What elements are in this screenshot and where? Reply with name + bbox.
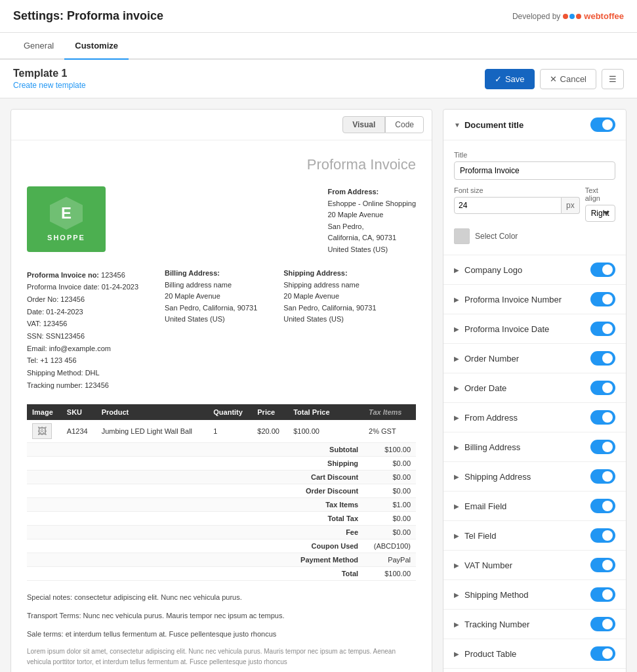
cell-image: 🖼 [27,420,62,443]
menu-button[interactable]: ☰ [602,69,624,89]
chevron-right-icon-12: ▶ [454,621,459,628]
settings-item-left-2: ▶ Proforma Invoice Date [454,324,549,334]
chevron-right-icon-7: ▶ [454,473,459,480]
toggle-3[interactable] [590,351,615,366]
settings-item-12: ▶ Tracking Number [443,610,626,639]
invoice-top-section: E SHOPPE From Address: Eshoppe - Online … [27,186,416,256]
chevron-right-icon-4: ▶ [454,385,459,392]
settings-item-label-8: Email Field [464,501,506,511]
cell-total-price: $100.00 [288,420,363,443]
tabs-bar: General Customize [0,33,637,60]
settings-items: ▶ Company Logo ▶ Proforma Invoice Number… [443,255,626,672]
chevron-down-icon: ▼ [454,121,461,129]
summary-coupon: Coupon Used (ABCD100) [27,539,416,553]
summary-fee: Fee $0.00 [27,526,416,539]
billing-address: Billing Address: Billing address name 20… [165,269,257,392]
toggle-2[interactable] [590,322,615,336]
top-bar: Settings: Proforma invoice Developed by … [0,0,637,33]
unit-label: px [562,197,580,214]
summary-payment-method: Payment Method PayPal [27,553,416,567]
chevron-right-icon-6: ▶ [454,444,459,451]
preview-panel: Visual Code Proforma Invoice E SHOPPE Fr… [10,109,432,672]
select-color-label[interactable]: Select Color [475,232,518,241]
chevron-right-icon-2: ▶ [454,326,459,333]
toggle-7[interactable] [590,469,615,484]
toggle-10[interactable] [590,558,615,572]
table-row: 🖼 A1234 Jumbing LED Light Wall Ball 1 $2… [27,420,416,443]
settings-item-14: ▶ Subtotal [443,669,626,672]
settings-item-left-10: ▶ VAT Number [454,560,512,570]
invoice-info: Proforma Invoice no: 123456 Proforma Inv… [27,269,138,392]
settings-panel: ▼ Document title Title Font size px [443,109,627,672]
chevron-right-icon-13: ▶ [454,650,459,658]
toggle-6[interactable] [590,440,615,454]
invoice-title: Proforma Invoice [27,156,416,173]
settings-item-3: ▶ Order Number [443,344,626,373]
lorem-text: Lorem ipsum dolor sit amet, consectetur … [27,646,416,667]
col-total-price: Total Price [288,404,363,420]
settings-item-label-1: Proforma Invoice Number [464,295,562,304]
title-input[interactable] [454,161,615,180]
settings-item-left-5: ▶ From Address [454,413,518,423]
settings-item-label-3: Order Number [464,354,519,364]
special-notes: Special notes: consectetur adipiscing el… [27,591,416,604]
toggle-5[interactable] [590,410,615,425]
check-icon: ✓ [495,74,502,84]
cell-tax: 2% GST [363,420,416,443]
font-size-input[interactable] [454,197,562,214]
cell-quantity: 1 [208,420,252,443]
chevron-right-icon-0: ▶ [454,266,459,274]
settings-item-11: ▶ Shipping Method [443,580,626,610]
template-info: Template 1 Create new template [13,68,86,90]
invoice-meta: Proforma Invoice no: 123456 Proforma Inv… [27,269,416,392]
tab-visual[interactable]: Visual [342,116,385,133]
settings-item-label-13: Product Table [464,649,516,659]
settings-item-left-7: ▶ Shipping Address [454,472,531,482]
tab-general[interactable]: General [13,33,64,60]
settings-item-left-3: ▶ Order Number [454,354,519,364]
settings-item-10: ▶ VAT Number [443,551,626,580]
document-title-label: ▼ Document title [454,120,524,130]
toggle-1[interactable] [590,292,615,306]
hamburger-icon: ☰ [609,74,617,84]
color-swatch[interactable] [454,228,470,244]
toggle-9[interactable] [590,528,615,543]
settings-item-left-11: ▶ Shipping Method [454,590,529,600]
toggle-11[interactable] [590,587,615,602]
settings-item-8: ▶ Email Field [443,492,626,521]
save-button[interactable]: ✓ Save [485,69,535,89]
settings-item-left-8: ▶ Email Field [454,501,506,511]
tab-code[interactable]: Code [385,116,424,133]
col-price: Price [252,404,288,420]
toggle-8[interactable] [590,499,615,513]
toggle-0[interactable] [590,262,615,277]
settings-item-label-4: Order Date [464,383,506,393]
summary-subtotal: Subtotal $100.00 [27,443,416,457]
col-sku: SKU [62,404,96,420]
x-icon: ✕ [550,74,557,84]
settings-item-4: ▶ Order Date [443,373,626,403]
cell-product: Jumbing LED Light Wall Ball [96,420,209,443]
preview-tabs-bar: Visual Code [11,110,432,140]
settings-item-13: ▶ Product Table [443,639,626,669]
create-new-link[interactable]: Create new template [13,81,86,90]
cancel-button[interactable]: ✕ Cancel [540,69,596,89]
toggle-12[interactable] [590,617,615,631]
settings-item-label-7: Shipping Address [464,472,531,482]
document-title-section-header: ▼ Document title [443,110,626,140]
tab-customize[interactable]: Customize [64,33,129,60]
settings-item-label-2: Proforma Invoice Date [464,324,549,334]
text-align-group: Text align LeftCenterRight [585,186,615,222]
settings-item-label-9: Tel Field [464,531,496,541]
text-align-select[interactable]: LeftCenterRight [585,205,615,222]
shipping-address: Shipping Address: Shipping address name … [283,269,376,392]
col-product: Product [96,404,209,420]
summary-order-discount: Order Discount $0.00 [27,484,416,498]
color-picker-row: Select Color [454,228,615,244]
logo-dots [563,14,581,19]
settings-item-0: ▶ Company Logo [443,255,626,285]
document-title-toggle[interactable] [590,117,615,132]
settings-item-label-5: From Address [464,413,518,423]
toggle-4[interactable] [590,381,615,395]
toggle-13[interactable] [590,646,615,661]
